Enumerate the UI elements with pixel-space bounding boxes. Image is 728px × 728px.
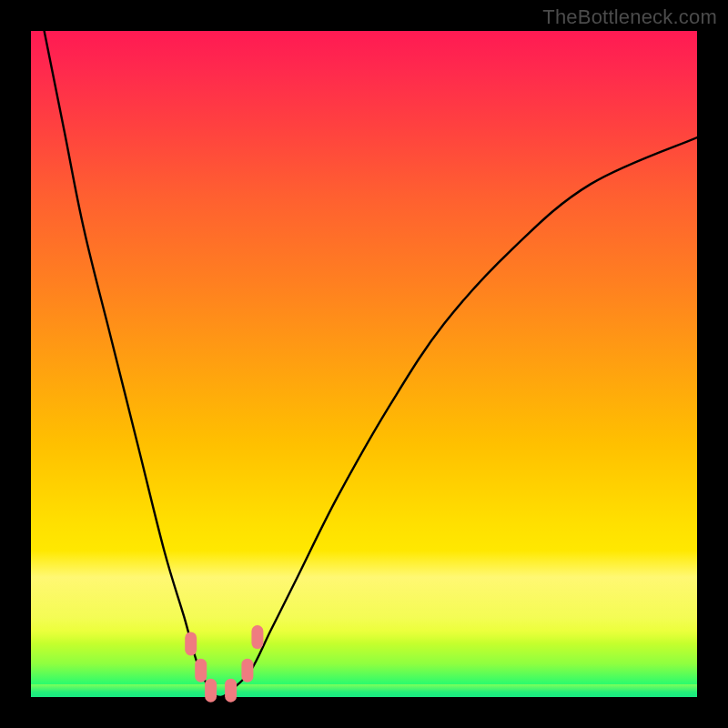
watermark-text: TheBottleneck.com xyxy=(542,5,717,29)
curve-marker xyxy=(241,659,253,682)
curve-marker xyxy=(185,632,197,655)
chart-frame: TheBottleneck.com xyxy=(0,0,728,728)
curve-marker xyxy=(225,679,237,703)
plot-area xyxy=(31,31,697,697)
curve-markers xyxy=(185,625,263,703)
curve-layer xyxy=(31,31,697,697)
bottleneck-curve xyxy=(45,31,697,697)
curve-marker xyxy=(205,679,217,703)
curve-marker xyxy=(251,625,263,649)
curve-marker xyxy=(195,659,207,682)
